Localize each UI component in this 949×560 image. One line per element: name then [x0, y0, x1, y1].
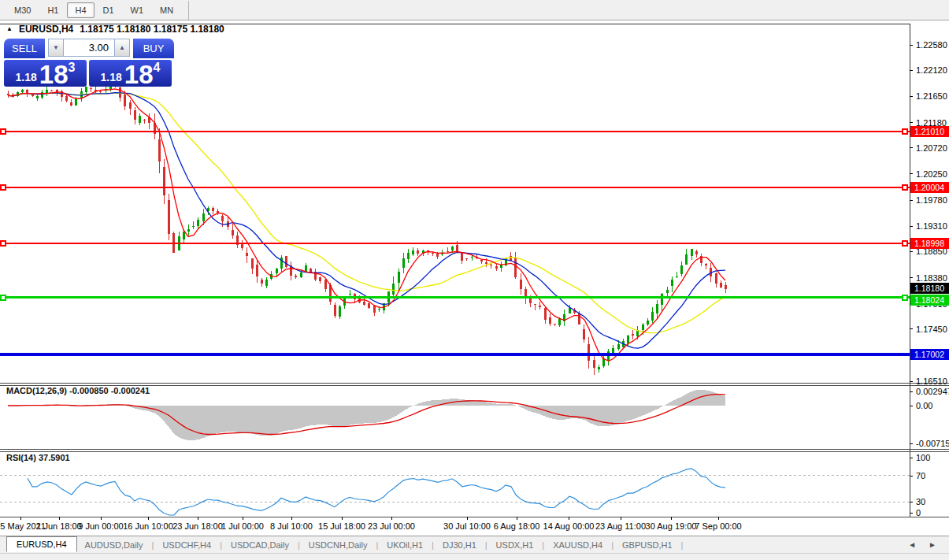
- candle-body: [447, 251, 449, 252]
- tab-usdx-h1[interactable]: USDX,H1: [495, 539, 536, 551]
- candle-body: [490, 265, 492, 265]
- timeframe-d1[interactable]: D1: [95, 2, 122, 18]
- candle-body: [143, 120, 146, 121]
- current-price-text: 1.18180: [914, 284, 944, 293]
- candle-body: [70, 102, 72, 106]
- candle-body: [212, 208, 214, 211]
- candle-body: [451, 247, 454, 250]
- level-left-marker[interactable]: [1, 241, 6, 246]
- candle-body: [398, 272, 400, 284]
- timeframe-w1[interactable]: W1: [123, 2, 152, 18]
- candle-body: [632, 334, 634, 336]
- time-axis-label: 7 Sep 00:00: [695, 521, 741, 531]
- candle-body: [65, 96, 68, 101]
- candle-body: [392, 284, 395, 295]
- candle-body: [363, 302, 365, 305]
- tab-separator: |: [220, 540, 222, 550]
- candle-body: [607, 351, 610, 361]
- price-axis-label: 1.16510: [916, 376, 947, 386]
- macd-label: MACD(12,26,9) -0.000850 -0.000241: [6, 386, 150, 395]
- candle-body: [715, 273, 717, 284]
- level-right-marker[interactable]: [903, 241, 907, 246]
- level-left-marker[interactable]: [1, 129, 6, 134]
- candle-body: [671, 280, 673, 286]
- candle-body: [720, 283, 722, 287]
- ma-mid-line: [8, 93, 725, 349]
- trade-panel-prices: 1.18183 1.18184: [4, 60, 174, 87]
- candle-body: [402, 258, 405, 268]
- candle-body: [324, 280, 327, 290]
- tab-usdcad-daily[interactable]: USDCAD,Daily: [229, 539, 291, 551]
- candle-body: [46, 90, 48, 93]
- candle-body: [661, 294, 663, 306]
- tab-dj30-h1[interactable]: DJ30,H1: [441, 539, 478, 551]
- timeframe-m30[interactable]: M30: [6, 2, 39, 18]
- candle-body: [334, 305, 336, 316]
- tab-xauusd-h4[interactable]: XAUUSD,H4: [551, 539, 604, 551]
- candle-body: [656, 304, 658, 313]
- rsi-label: RSI(14) 37.5901: [6, 453, 70, 462]
- price-axis-label: 1.21650: [916, 91, 947, 101]
- price-axis-label: 1.19310: [916, 221, 947, 231]
- candle-body: [495, 266, 498, 269]
- tab-usdcnh-daily[interactable]: USDCNH,Daily: [307, 539, 369, 551]
- time-axis-label: 23 Jul 00:00: [368, 521, 415, 531]
- timeframe-buttons: M30H1H4D1W1MN: [6, 2, 182, 18]
- candle-body: [276, 269, 278, 273]
- tabs-scroll-right-icon[interactable]: ►: [929, 540, 936, 549]
- trade-panel-toggle-icon[interactable]: ▲: [6, 25, 13, 32]
- timeframe-mn[interactable]: MN: [152, 2, 181, 18]
- candle-body: [602, 358, 605, 366]
- time-axis-label: 9 Jun 00:00: [78, 521, 124, 531]
- macd-axis-label: 0.002947: [916, 387, 949, 396]
- tabs-scroll-left-icon[interactable]: ◄: [908, 540, 916, 549]
- price-axis-label: 1.20250: [916, 169, 947, 179]
- buy-price-sup: 4: [154, 61, 161, 75]
- tab-audusd-daily[interactable]: AUDUSD,Daily: [83, 539, 145, 551]
- buy-price-display[interactable]: 1.18184: [89, 60, 172, 87]
- time-axis-label: 8 Jul 10:00: [270, 521, 313, 531]
- candle-body: [417, 250, 419, 253]
- candle-body: [685, 254, 688, 265]
- candle-body: [705, 264, 707, 265]
- time-axis-label: 1 Jun 18:00: [36, 521, 82, 531]
- volume-increase-button[interactable]: ▲: [114, 39, 130, 57]
- macd-axis-label: -0.007151: [916, 439, 949, 448]
- candle-body: [378, 309, 380, 310]
- tab-eurusd-h4[interactable]: EURUSD,H4: [6, 536, 77, 552]
- candle-body: [99, 91, 102, 92]
- time-axis-label: 30 Jul 10:00: [443, 521, 491, 531]
- buy-button[interactable]: BUY: [133, 39, 174, 58]
- volume-input[interactable]: 3.00: [64, 39, 114, 57]
- level-right-marker[interactable]: [903, 295, 907, 300]
- time-axis-label: 23 Aug 11:00: [595, 521, 646, 531]
- level-left-marker[interactable]: [1, 185, 6, 190]
- level-left-marker[interactable]: [1, 295, 6, 300]
- candle-body: [373, 306, 376, 313]
- price-axis-label: 1.19780: [916, 195, 947, 205]
- volume-decrease-button[interactable]: ▼: [48, 39, 64, 57]
- candle-body: [461, 252, 463, 261]
- candle-body: [285, 256, 287, 267]
- candle-body: [627, 336, 629, 343]
- time-axis-label: 16 Jun 10:00: [123, 521, 173, 531]
- candle-body: [534, 304, 536, 305]
- tab-gbpusd-h1[interactable]: GBPUSD,H1: [621, 539, 674, 551]
- candle-body: [26, 90, 28, 93]
- candle-body: [617, 344, 620, 349]
- level-right-marker[interactable]: [903, 129, 907, 134]
- sell-price-display[interactable]: 1.18183: [4, 60, 87, 87]
- timeframe-h1[interactable]: H1: [39, 2, 66, 18]
- tab-scroll-arrows: ◄ ►: [908, 540, 936, 549]
- candle-body: [500, 265, 502, 268]
- candle-body: [21, 90, 24, 93]
- candle-body: [666, 290, 669, 294]
- rsi-axis-label: 100: [916, 453, 930, 462]
- timeframe-h4[interactable]: H4: [67, 2, 94, 18]
- tab-ukoil-h1[interactable]: UKOil,H1: [385, 539, 424, 551]
- tab-usdchf-h4[interactable]: USDCHF,H4: [161, 539, 213, 551]
- candle-body: [251, 258, 254, 269]
- sell-button[interactable]: SELL: [4, 39, 45, 58]
- level-right-marker[interactable]: [903, 185, 907, 190]
- candle-body: [36, 96, 39, 98]
